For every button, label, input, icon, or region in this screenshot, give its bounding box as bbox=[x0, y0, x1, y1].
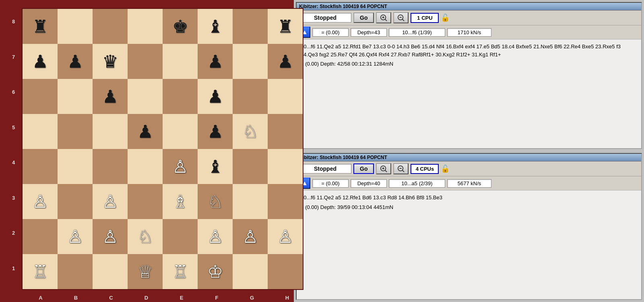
kibitzer-2-move: 10...a5 (2/39) bbox=[389, 179, 445, 188]
square-h2[interactable]: ♙ bbox=[268, 219, 303, 254]
square-c4[interactable] bbox=[93, 149, 128, 184]
square-c6[interactable]: ♟ bbox=[93, 79, 128, 114]
square-b3[interactable] bbox=[58, 184, 93, 219]
square-a5[interactable] bbox=[23, 114, 58, 149]
square-d4[interactable] bbox=[128, 149, 163, 184]
square-h4[interactable] bbox=[268, 149, 303, 184]
square-e7[interactable] bbox=[163, 44, 198, 79]
square-e2[interactable] bbox=[163, 219, 198, 254]
square-a6[interactable] bbox=[23, 79, 58, 114]
square-g6[interactable] bbox=[233, 79, 268, 114]
square-e6[interactable] bbox=[163, 79, 198, 114]
kibitzer-2-eval: = (0.00) bbox=[312, 179, 349, 188]
square-f8[interactable]: ♝ bbox=[198, 9, 233, 44]
piece-white-queen: ♕ bbox=[137, 263, 153, 281]
square-e1[interactable]: ♖ bbox=[163, 254, 198, 289]
square-e8[interactable]: ♚ bbox=[163, 9, 198, 44]
kibitzer-1-speed: 1710 kN/s bbox=[447, 28, 491, 37]
kibitzer-1-toolbar: Stopped Go 1 CPU 🔓 bbox=[297, 10, 641, 25]
square-a4[interactable] bbox=[23, 149, 58, 184]
square-f4[interactable]: ♝ bbox=[198, 149, 233, 184]
square-d8[interactable] bbox=[128, 9, 163, 44]
kibitzer-1-go-button[interactable]: Go bbox=[353, 12, 374, 23]
square-h6[interactable] bbox=[268, 79, 303, 114]
square-c2[interactable]: ♙ bbox=[93, 219, 128, 254]
square-g1[interactable] bbox=[233, 254, 268, 289]
square-g5[interactable]: ♘ bbox=[233, 114, 268, 149]
square-c5[interactable] bbox=[93, 114, 128, 149]
piece-white-pawn-b2: ♙ bbox=[67, 228, 83, 246]
zoom-out-icon bbox=[397, 14, 405, 21]
square-f2[interactable]: ♙ bbox=[198, 219, 233, 254]
square-b8[interactable] bbox=[58, 9, 93, 44]
kibitzer-2-zoom-out-button[interactable] bbox=[393, 163, 409, 174]
square-d1[interactable]: ♕ bbox=[128, 254, 163, 289]
square-f7[interactable]: ♟ bbox=[198, 44, 233, 79]
kibitzer-1-analysis-meta: = (0.00) Depth: 42/58 00:12:31 1284mN bbox=[301, 60, 637, 68]
piece-white-knight-f3: ♘ bbox=[207, 193, 223, 211]
kibitzer-1-zoom-in-button[interactable] bbox=[376, 12, 391, 23]
piece-black-queen: ♛ bbox=[102, 53, 118, 70]
square-e3[interactable]: ♗ bbox=[163, 184, 198, 219]
square-a7[interactable]: ♟ bbox=[23, 44, 58, 79]
square-b2[interactable]: ♙ bbox=[58, 219, 93, 254]
square-f6[interactable]: ♟ bbox=[198, 79, 233, 114]
square-d5[interactable]: ♟ bbox=[128, 114, 163, 149]
square-f3[interactable]: ♘ bbox=[198, 184, 233, 219]
kibitzer-2-analysis-line: 10...f6 11.Qe2 a5 12.Rfe1 Bd6 13.c3 Rd8 … bbox=[301, 194, 637, 202]
kibitzer-1-cpu-button[interactable]: 1 CPU bbox=[411, 13, 439, 23]
square-h7[interactable]: ♟ bbox=[268, 44, 303, 79]
square-g8[interactable] bbox=[233, 9, 268, 44]
square-b5[interactable] bbox=[58, 114, 93, 149]
square-g7[interactable] bbox=[233, 44, 268, 79]
square-c3[interactable]: ♙ bbox=[93, 184, 128, 219]
square-f5[interactable]: ♟ bbox=[198, 114, 233, 149]
piece-black-pawn-h7: ♟ bbox=[277, 53, 293, 70]
kibitzer-2-toolbar: Stopped Go 4 CPUs 🔓 bbox=[297, 161, 641, 176]
square-c1[interactable] bbox=[93, 254, 128, 289]
zoom-in-icon bbox=[380, 14, 387, 21]
square-a3[interactable]: ♙ bbox=[23, 184, 58, 219]
square-h1[interactable] bbox=[268, 254, 303, 289]
kibitzer-2-cpu-button[interactable]: 4 CPUs bbox=[411, 164, 439, 174]
square-d6[interactable] bbox=[128, 79, 163, 114]
square-e5[interactable] bbox=[163, 114, 198, 149]
square-b7[interactable]: ♟ bbox=[58, 44, 93, 79]
kibitzer-2-go-button[interactable]: Go bbox=[353, 163, 374, 174]
square-g3[interactable] bbox=[233, 184, 268, 219]
square-g4[interactable] bbox=[233, 149, 268, 184]
kibitzer-2-zoom-in-button[interactable] bbox=[376, 163, 391, 174]
kibitzer-1-zoom-out-button[interactable] bbox=[393, 12, 409, 23]
square-a2[interactable] bbox=[23, 219, 58, 254]
kibitzer-panel-2: Kibitzer: Stockfish 100419 64 POPCNT Sto… bbox=[296, 153, 642, 300]
square-d7[interactable] bbox=[128, 44, 163, 79]
square-g2[interactable]: ♙ bbox=[233, 219, 268, 254]
file-labels: A B C D E F G H bbox=[23, 295, 305, 301]
piece-white-rook-a1: ♖ bbox=[32, 263, 48, 281]
kibitzer-1-lock-icon[interactable]: 🔓 bbox=[441, 13, 450, 22]
square-h3[interactable] bbox=[268, 184, 303, 219]
square-c8[interactable] bbox=[93, 9, 128, 44]
square-b4[interactable] bbox=[58, 149, 93, 184]
square-a8[interactable]: ♜ bbox=[23, 9, 58, 44]
kibitzer-2-depth: Depth=40 bbox=[351, 179, 387, 188]
square-c7[interactable]: ♛ bbox=[93, 44, 128, 79]
kibitzer-1-move: 10...f6 (1/39) bbox=[389, 28, 445, 37]
kibitzer-2-lock-icon[interactable]: 🔓 bbox=[441, 164, 450, 173]
square-d3[interactable] bbox=[128, 184, 163, 219]
piece-black-pawn-f5: ♟ bbox=[207, 123, 223, 141]
chess-board[interactable]: ♜ ♚ ♝ ♜ ♟ ♟ ♛ ♟ ♟ ♟ bbox=[22, 8, 303, 290]
square-h8[interactable]: ♜ bbox=[268, 9, 303, 44]
square-a1[interactable]: ♖ bbox=[23, 254, 58, 289]
square-f1[interactable]: ♔ bbox=[198, 254, 233, 289]
square-b1[interactable] bbox=[58, 254, 93, 289]
square-e4[interactable]: ♙ bbox=[163, 149, 198, 184]
piece-black-pawn-c6: ♟ bbox=[102, 88, 118, 105]
piece-black-king: ♚ bbox=[172, 18, 188, 35]
square-h5[interactable] bbox=[268, 114, 303, 149]
kibitzer-2-info-bar: ▲ = (0.00) Depth=40 10...a5 (2/39) 5677 … bbox=[297, 176, 641, 190]
kibitzer-2-analysis: 10...f6 11.Qe2 a5 12.Rfe1 Bd6 13.c3 Rd8 … bbox=[297, 190, 641, 299]
square-d2[interactable]: ♘ bbox=[128, 219, 163, 254]
piece-black-bishop-f4: ♝ bbox=[207, 158, 223, 176]
square-b6[interactable] bbox=[58, 79, 93, 114]
